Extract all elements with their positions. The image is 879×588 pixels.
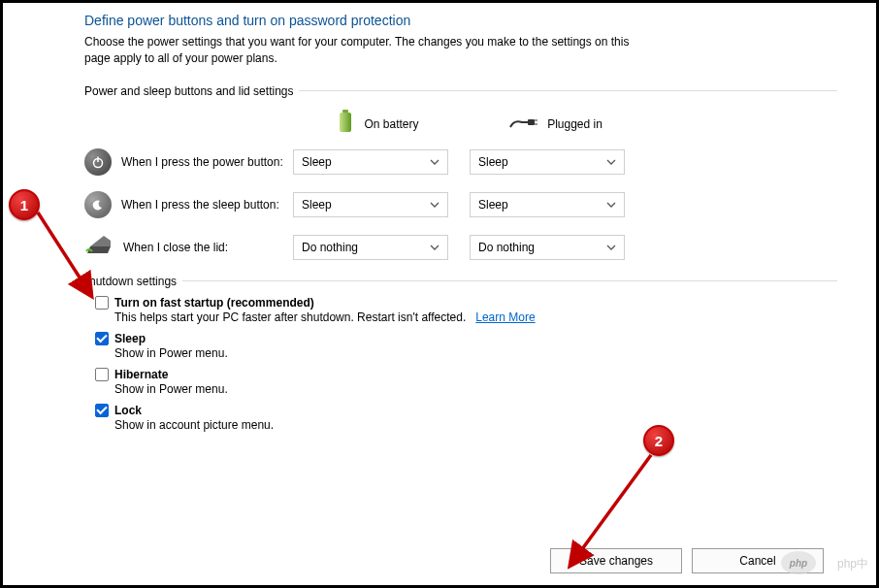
power-button-icon	[84, 148, 112, 176]
page-subtitle: Choose the power settings that you want …	[84, 34, 637, 67]
annotation-callout-2: 2	[643, 425, 674, 456]
svg-rect-1	[340, 113, 351, 132]
chevron-down-icon	[606, 202, 616, 208]
svg-text:php中文网: php中文网	[837, 557, 868, 571]
svg-rect-0	[342, 110, 348, 113]
lid-battery-dropdown[interactable]: Do nothing	[293, 235, 448, 260]
divider	[182, 280, 837, 281]
watermark-logo: php php中文网	[779, 548, 868, 577]
power-button-plugged-dropdown[interactable]: Sleep	[470, 149, 625, 175]
hibernate-desc: Show in Power menu.	[114, 382, 837, 396]
lock-checkbox[interactable]	[95, 404, 109, 417]
column-on-battery-label: On battery	[364, 117, 418, 131]
chevron-down-icon	[606, 245, 616, 250]
hibernate-checkbox[interactable]	[95, 368, 109, 381]
chevron-down-icon	[606, 159, 616, 165]
battery-icon	[337, 110, 354, 138]
power-button-row-label: When I press the power button:	[121, 155, 283, 169]
sleep-button-plugged-dropdown[interactable]: Sleep	[470, 192, 625, 217]
chevron-down-icon	[430, 245, 440, 250]
divider	[299, 90, 837, 91]
dropdown-value: Sleep	[478, 155, 508, 169]
sleep-label: Sleep	[114, 332, 146, 345]
sleep-desc: Show in Power menu.	[114, 346, 837, 360]
chevron-down-icon	[430, 202, 440, 208]
lock-desc: Show in account picture menu.	[114, 418, 837, 432]
section-power-sleep-header: Power and sleep buttons and lid settings	[84, 84, 299, 98]
sleep-checkbox[interactable]	[95, 332, 109, 345]
hibernate-label: Hibernate	[114, 368, 168, 381]
lock-label: Lock	[114, 404, 142, 417]
dropdown-value: Sleep	[302, 198, 332, 212]
lid-plugged-dropdown[interactable]: Do nothing	[470, 235, 625, 260]
power-button-battery-dropdown[interactable]: Sleep	[293, 149, 448, 175]
sleep-button-row-label: When I press the sleep button:	[121, 198, 279, 212]
sleep-button-icon	[84, 191, 112, 218]
learn-more-link[interactable]: Learn More	[475, 310, 535, 324]
svg-text:php: php	[789, 558, 807, 569]
page-title: Define power buttons and turn on passwor…	[84, 13, 837, 28]
lid-row-label: When I close the lid:	[123, 241, 228, 254]
column-plugged-in-label: Plugged in	[547, 117, 602, 131]
dropdown-value: Do nothing	[478, 241, 535, 254]
chevron-down-icon	[430, 159, 440, 165]
save-changes-button[interactable]: Save changes	[550, 548, 682, 573]
lid-icon	[84, 234, 114, 260]
section-shutdown-header: Shutdown settings	[81, 275, 182, 288]
svg-rect-2	[528, 119, 535, 125]
plug-icon	[508, 114, 537, 134]
fast-startup-label: Turn on fast startup (recommended)	[114, 296, 314, 310]
sleep-button-battery-dropdown[interactable]: Sleep	[293, 192, 448, 217]
fast-startup-checkbox[interactable]	[95, 296, 109, 310]
dropdown-value: Sleep	[302, 155, 332, 169]
annotation-callout-1: 1	[9, 189, 40, 220]
dropdown-value: Sleep	[478, 198, 508, 212]
fast-startup-desc: This helps start your PC faster after sh…	[114, 310, 466, 324]
dropdown-value: Do nothing	[302, 241, 358, 254]
